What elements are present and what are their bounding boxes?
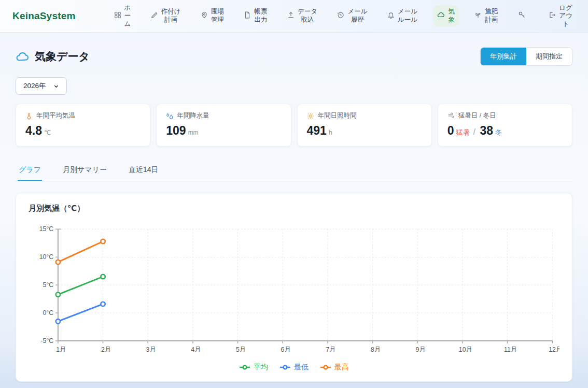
chevron-down-icon	[53, 83, 59, 89]
sun-icon	[307, 112, 314, 120]
stat-label: 年間降水量	[177, 111, 209, 120]
logout-icon	[549, 11, 556, 21]
nav-item-logout[interactable]: ログ アウ ト	[544, 2, 577, 31]
upload-icon	[287, 11, 295, 21]
nav-item-label: ログ アウ ト	[559, 4, 572, 28]
yearly-summary-button[interactable]: 年別集計	[481, 48, 526, 65]
svg-text:3月: 3月	[146, 346, 156, 353]
svg-text:-5°C: -5°C	[40, 337, 53, 344]
stat-value: 4.8	[25, 124, 42, 137]
nav-item-label: 施肥 計画	[485, 8, 498, 24]
nav-item-weather[interactable]: 気 象	[433, 5, 459, 26]
svg-text:10月: 10月	[459, 346, 472, 353]
bell-icon	[387, 11, 395, 21]
top-nav: KeinaSystem ホ ー ム 作付け 計画 圃場 管理 帳票 出力 データ…	[0, 0, 588, 33]
brand-logo[interactable]: KeinaSystem	[12, 10, 76, 22]
svg-text:12月: 12月	[549, 346, 559, 353]
chart-canvas: -5°C0°C5°C10°C15°C1月2月3月4月5月6月7月8月9月10月1…	[29, 221, 559, 360]
stat-card-extreme-days: 猛暑日 / 冬日 0猛暑/ 38冬	[438, 104, 572, 147]
nav-item-mail-history[interactable]: メール 履歴	[333, 5, 371, 26]
history-icon	[337, 11, 344, 21]
tab-graph[interactable]: グラフ	[18, 161, 42, 181]
key-icon	[518, 11, 526, 21]
line-dot-icon	[239, 363, 250, 371]
stat-label: 猛暑日 / 冬日	[458, 111, 496, 120]
stat-unit: mm	[188, 129, 199, 136]
monthly-temperature-chart: -5°C0°C5°C10°C15°C1月2月3月4月5月6月7月8月9月10月1…	[29, 221, 559, 362]
view-toggle: 年別集計 期間指定	[480, 47, 572, 66]
page-title: 気象データ	[35, 49, 90, 64]
file-icon	[244, 11, 251, 21]
nav-item-label: 気 象	[448, 8, 455, 24]
wind-icon	[447, 112, 455, 120]
svg-text:5月: 5月	[236, 346, 246, 353]
svg-text:8月: 8月	[371, 346, 381, 353]
tab-bar: グラフ 月別サマリー 直近14日	[16, 161, 572, 181]
cold-days-value: 38	[480, 124, 493, 137]
nav-item-label: メール 履歴	[347, 8, 367, 24]
svg-text:6月: 6月	[281, 346, 291, 353]
pencil-icon	[151, 11, 158, 21]
svg-text:1月: 1月	[56, 346, 66, 353]
separator: /	[473, 127, 475, 136]
nav-item-label: データ 取込	[298, 8, 317, 24]
year-select[interactable]: 2026年	[16, 77, 67, 95]
nav-item-label: 作付け 計画	[161, 8, 181, 24]
stat-value: 491	[307, 124, 327, 137]
legend-item-min[interactable]: 最低	[279, 363, 309, 372]
legend-item-average[interactable]: 平均	[239, 363, 268, 372]
legend-label: 平均	[254, 363, 268, 372]
nav-item-planting-plan[interactable]: 作付け 計画	[147, 5, 185, 26]
map-pin-icon	[201, 11, 208, 21]
svg-text:11月: 11月	[504, 346, 517, 353]
chart-legend: 平均 最低 最高	[29, 363, 559, 372]
stat-value: 109	[166, 124, 186, 137]
period-select-button[interactable]: 期間指定	[526, 48, 572, 65]
hot-days-tag: 猛暑	[456, 128, 470, 136]
svg-text:4月: 4月	[191, 346, 201, 353]
svg-text:0°C: 0°C	[43, 309, 53, 317]
tab-monthly-summary[interactable]: 月別サマリー	[62, 161, 108, 181]
thermometer-icon	[25, 112, 33, 120]
nav-item-label: ホ ー ム	[124, 4, 131, 28]
nav-items: ホ ー ム 作付け 計画 圃場 管理 帳票 出力 データ 取込 メール 履歴 メ…	[110, 2, 577, 31]
nav-item-label: メール ルール	[398, 8, 417, 24]
stat-label: 年間日照時間	[318, 111, 357, 120]
hot-days-value: 0	[447, 124, 454, 137]
stat-card-avg-temp: 年間平均気温 4.8℃	[16, 104, 150, 147]
main-content: 気象データ 年別集計 期間指定 2026年 年間平均気温 4.8℃ 年間降水量 …	[0, 47, 588, 382]
nav-item-label: 帳票 出力	[254, 8, 267, 24]
legend-label: 最高	[334, 363, 349, 372]
cloud-icon	[437, 11, 445, 21]
line-dot-icon	[279, 363, 291, 371]
cold-days-tag: 冬	[495, 128, 502, 136]
legend-item-max[interactable]: 最高	[320, 363, 349, 372]
svg-text:5°C: 5°C	[43, 281, 53, 289]
stat-label: 年間平均気温	[36, 111, 75, 120]
stat-card-precipitation: 年間降水量 109mm	[156, 104, 291, 147]
grid-icon	[114, 11, 121, 21]
nav-item-report-output[interactable]: 帳票 出力	[240, 5, 271, 26]
line-dot-icon	[320, 363, 331, 371]
nav-item-mail-rules[interactable]: メール ルール	[383, 5, 422, 26]
tab-last-14-days[interactable]: 直近14日	[128, 161, 160, 181]
cloud-icon	[16, 50, 30, 64]
year-select-value: 2026年	[23, 81, 46, 91]
svg-text:2月: 2月	[101, 346, 111, 353]
nav-item-label: 圃場 管理	[211, 8, 224, 24]
stat-cards: 年間平均気温 4.8℃ 年間降水量 109mm 年間日照時間 491h 猛暑日 …	[16, 104, 572, 147]
nav-item-home[interactable]: ホ ー ム	[110, 2, 135, 31]
stat-unit: ℃	[44, 129, 51, 136]
nav-item-key[interactable]	[514, 8, 533, 24]
legend-label: 最低	[294, 363, 309, 372]
chart-card: 月別気温（℃） -5°C0°C5°C10°C15°C1月2月3月4月5月6月7月…	[16, 193, 572, 382]
svg-text:10°C: 10°C	[39, 253, 54, 261]
svg-text:7月: 7月	[326, 346, 335, 353]
nav-item-fertilizer-plan[interactable]: 施肥 計画	[470, 5, 502, 26]
nav-item-data-import[interactable]: データ 取込	[283, 5, 321, 26]
stat-unit: h	[329, 129, 332, 136]
chart-title: 月別気温（℃）	[29, 204, 559, 213]
svg-text:9月: 9月	[416, 346, 426, 353]
nav-item-field-management[interactable]: 圃場 管理	[197, 5, 228, 26]
sprout-icon	[474, 11, 482, 21]
